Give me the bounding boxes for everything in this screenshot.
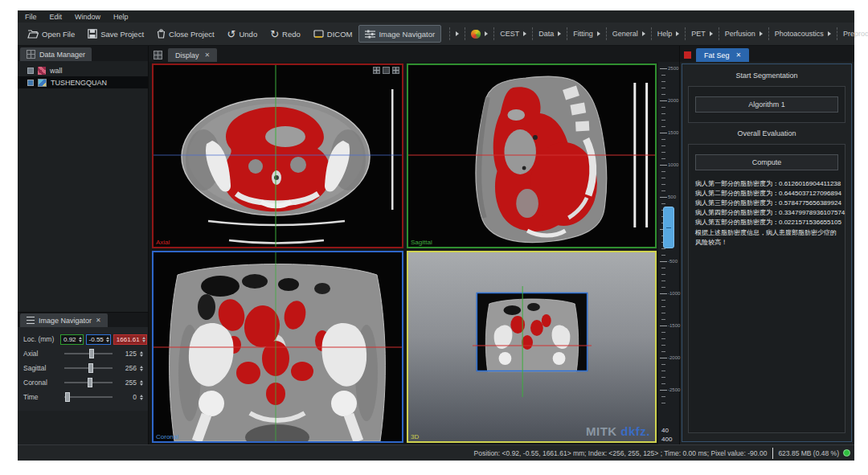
axial-slider-value: 125 <box>119 350 137 358</box>
plugin-menu-preprocessing[interactable]: Preprocessing <box>837 27 868 40</box>
sagittal-slider-label: Sagittal <box>23 364 58 372</box>
time-slider[interactable] <box>64 396 113 398</box>
loc-y-spinbox[interactable]: -0.55 <box>86 334 111 345</box>
lw-level-value: 40 <box>661 427 669 434</box>
layout-menu-icon[interactable] <box>383 67 390 74</box>
plugin-overflow-arrow[interactable] <box>449 27 465 40</box>
fat-seg-tab-label: Fat Seg <box>704 51 730 59</box>
slider-handle[interactable] <box>89 349 94 358</box>
image-navigator-button[interactable]: Image Navigator <box>358 25 441 43</box>
level-window-slider[interactable]: 2500 2000 1500 1000 500 0 -500 -1000 -15… <box>658 62 679 444</box>
lw-tick-label: 2500 <box>668 66 678 71</box>
menu-bar: File Edit Window Help <box>18 10 854 23</box>
slider-handle[interactable] <box>88 378 92 387</box>
undo-button[interactable]: ↺ Undo <box>221 25 264 43</box>
display-layout-icon[interactable] <box>154 51 162 59</box>
tab-data-manager[interactable]: Data Manager <box>20 47 92 61</box>
close-project-button[interactable]: Close Project <box>150 25 221 43</box>
arrow-right-icon <box>828 31 831 36</box>
spinner-arrows[interactable] <box>140 366 143 371</box>
loc-y-value: -0.55 <box>88 336 105 343</box>
algorithm-1-button[interactable]: Algorithm 1 <box>695 96 838 113</box>
menu-file[interactable]: File <box>25 13 37 21</box>
lw-handle[interactable] <box>663 207 674 248</box>
lw-tick-label: 2000 <box>668 98 678 103</box>
spinner-arrows[interactable] <box>140 351 143 357</box>
visibility-checkbox[interactable] <box>27 68 34 74</box>
close-icon[interactable]: ✕ <box>736 52 742 59</box>
redo-label: Redo <box>282 30 301 39</box>
sagittal-viewport[interactable]: Sagittal <box>407 63 657 248</box>
arrow-right-icon <box>523 31 526 36</box>
loc-x-spinbox[interactable]: 0.92 <box>60 334 84 345</box>
menu-edit[interactable]: Edit <box>50 13 63 21</box>
fat-seg-panel: Start Segmentation Algorithm 1 Overall E… <box>682 63 852 442</box>
memory-text: 623.85 MB (0.48 %) <box>778 449 839 457</box>
image-navigator-icon <box>365 30 375 39</box>
spinner-arrows[interactable] <box>140 380 143 386</box>
left-dock: Data Manager wall TUSHENGQUAN <box>18 46 149 444</box>
menu-window[interactable]: Window <box>75 13 100 21</box>
plugin-menu-label: Perfusion <box>725 30 755 38</box>
coronal-viewport[interactable]: Coronal <box>152 251 403 443</box>
data-tree: wall TUSHENGQUAN <box>18 61 148 88</box>
axial-viewport[interactable]: Axial <box>152 63 403 248</box>
fat-seg-dock: Fat Seg ✕ Start Segmentation Algorithm 1… <box>679 46 854 444</box>
menu-help[interactable]: Help <box>113 13 129 21</box>
crosshair-toggle-icon[interactable] <box>373 67 380 74</box>
slider-handle[interactable] <box>88 363 93 373</box>
tab-display[interactable]: Display ✕ <box>168 48 217 62</box>
lw-tick-label: -1000 <box>668 291 680 296</box>
fat-seg-tabbar: Fat Seg ✕ <box>680 46 854 62</box>
coronal-label: Coronal <box>156 433 178 440</box>
data-node-wall[interactable]: wall <box>18 64 148 76</box>
result-conclusion: 根据上述脂肪密度信息，病人患腹部脂肪密少症的风险较高！ <box>695 228 838 248</box>
plugin-menu-perfusion[interactable]: Perfusion <box>719 27 769 40</box>
compute-button[interactable]: Compute <box>695 154 838 170</box>
loc-z-spinbox[interactable]: 1661.61 <box>113 334 147 345</box>
coronal-slider[interactable] <box>64 382 113 383</box>
slider-handle[interactable] <box>65 392 70 402</box>
open-file-button[interactable]: Open File <box>21 25 81 43</box>
data-node-tushengquan[interactable]: TUSHENGQUAN <box>18 76 148 88</box>
spinner-arrows[interactable] <box>106 337 109 342</box>
segmentation-node-icon <box>38 67 46 75</box>
close-icon[interactable]: ✕ <box>205 52 211 59</box>
save-project-button[interactable]: Save Project <box>81 25 150 43</box>
spinner-arrows[interactable] <box>140 395 143 400</box>
axial-slider-label: Axial <box>23 350 58 358</box>
close-icon[interactable]: ✕ <box>96 317 101 324</box>
open-file-label: Open File <box>42 30 75 39</box>
spinner-arrows[interactable] <box>142 337 145 342</box>
data-node-label: wall <box>50 67 63 75</box>
tab-image-navigator[interactable]: Image Navigator ✕ <box>20 313 108 327</box>
dkfz-logo-text: dkfz. <box>620 424 650 438</box>
plugin-menu-label: Preprocessing <box>843 30 868 38</box>
plugin-menu-fitting[interactable]: Fitting <box>567 27 607 40</box>
plugin-menu-pet[interactable]: PET <box>686 27 719 40</box>
viewport-corner-buttons <box>373 67 399 74</box>
save-project-label: Save Project <box>100 30 144 39</box>
plugin-menu-data[interactable]: Data <box>533 27 567 40</box>
dicom-button[interactable]: DICOM <box>307 25 359 43</box>
sagittal-slider[interactable] <box>64 367 113 369</box>
memory-usage: 623.85 MB (0.48 %) <box>772 448 850 459</box>
plugin-menu-help[interactable]: Help <box>652 27 686 40</box>
status-position-text: Position: <0.92, -0.55, 1661.61> mm; Ind… <box>474 449 768 457</box>
tab-fat-seg[interactable]: Fat Seg ✕ <box>696 48 749 62</box>
data-manager-tab-label: Data Manager <box>39 51 85 59</box>
redo-button[interactable]: ↻ Redo <box>264 25 307 43</box>
axial-slider[interactable] <box>64 353 113 354</box>
plugin-menu-photoacoustics[interactable]: Photoacoustics <box>769 27 837 40</box>
loc-x-value: 0.92 <box>62 336 78 343</box>
spinner-arrows[interactable] <box>79 337 82 342</box>
plugin-menu-cest[interactable]: CEST <box>494 27 533 40</box>
fullscreen-icon[interactable] <box>392 67 399 74</box>
view-navigator-menu[interactable] <box>465 27 494 40</box>
visibility-checkbox[interactable] <box>27 80 34 86</box>
threed-viewport[interactable]: MITK dkfz. 3D <box>407 251 657 443</box>
plugin-menu-general[interactable]: General <box>607 27 652 40</box>
undo-icon: ↺ <box>227 29 236 39</box>
lw-tick-label: -2500 <box>668 387 680 392</box>
plugin-menu-label: CEST <box>500 30 519 38</box>
